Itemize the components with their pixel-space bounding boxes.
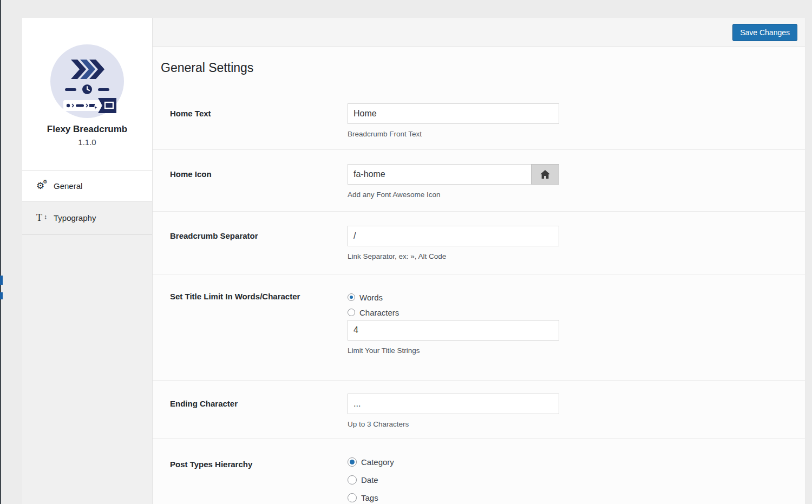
sidebar: Flexy Breadcrumb 1.1.0 ⚙⚙ General T↕ Typ… xyxy=(22,18,153,504)
title-limit-input[interactable] xyxy=(348,320,559,341)
plugin-logo-wrap xyxy=(22,44,152,118)
home-icon-hint: Add any Font Awesome Icon xyxy=(348,189,559,200)
sidebar-filler xyxy=(22,235,152,504)
page-title: General Settings xyxy=(161,61,805,75)
field-row-post-types: Post Types Hierarchy Category Date Tags xyxy=(153,439,805,504)
radio-words-label: Words xyxy=(359,293,383,302)
main-panel: Save Changes General Settings Home Text … xyxy=(153,18,805,504)
tab-general[interactable]: ⚙⚙ General xyxy=(22,171,152,201)
post-types-label: Post Types Hierarchy xyxy=(170,453,252,469)
radio-category-control[interactable] xyxy=(348,457,357,467)
ending-character-input[interactable] xyxy=(348,394,559,414)
tab-general-label: General xyxy=(54,181,82,191)
field-row-separator: Breadcrumb Separator Link Separator, ex:… xyxy=(153,212,805,274)
gears-icon: ⚙⚙ xyxy=(36,180,49,192)
ending-character-label: Ending Character xyxy=(170,394,238,408)
radio-date-control[interactable] xyxy=(348,475,357,485)
left-edge-marker xyxy=(0,276,3,285)
radio-words-control[interactable] xyxy=(348,293,355,301)
settings-panel: Flexy Breadcrumb 1.1.0 ⚙⚙ General T↕ Typ… xyxy=(22,18,805,504)
field-row-ending-character: Ending Character Up to 3 Characters xyxy=(153,381,805,439)
home-text-hint: Breadcrumb Front Text xyxy=(348,129,559,140)
topbar: Save Changes xyxy=(153,18,805,47)
field-row-home-icon: Home Icon Add any Font Awesome Icon xyxy=(153,150,805,212)
separator-input[interactable] xyxy=(348,226,559,246)
radio-characters-label: Characters xyxy=(359,308,399,317)
radio-words[interactable]: Words xyxy=(348,290,559,305)
plugin-name: Flexy Breadcrumb xyxy=(22,124,152,135)
ending-character-hint: Up to 3 Characters xyxy=(348,419,559,430)
sidebar-tabs: ⚙⚙ General T↕ Typography xyxy=(22,171,152,235)
radio-date-label: Date xyxy=(361,475,378,485)
settings-content: General Settings Home Text Breadcrumb Fr… xyxy=(153,47,805,504)
field-row-home-text: Home Text Breadcrumb Front Text xyxy=(153,75,805,150)
text-height-icon: T↕ xyxy=(36,212,49,224)
radio-date[interactable]: Date xyxy=(348,471,394,489)
home-text-input[interactable] xyxy=(348,103,559,124)
radio-tags[interactable]: Tags xyxy=(348,489,394,504)
title-limit-label: Set Title Limit In Words/Character xyxy=(170,290,300,301)
title-limit-hint: Limit Your Title Strings xyxy=(348,345,559,356)
left-edge-marker xyxy=(0,292,3,299)
radio-characters-control[interactable] xyxy=(348,309,355,316)
radio-characters[interactable]: Characters xyxy=(348,305,559,320)
separator-label: Breadcrumb Separator xyxy=(170,226,258,240)
home-icon-input[interactable] xyxy=(348,164,532,185)
save-changes-button[interactable]: Save Changes xyxy=(732,24,797,41)
radio-tags-label: Tags xyxy=(361,493,378,502)
home-text-label: Home Text xyxy=(170,103,211,118)
field-row-title-limit: Set Title Limit In Words/Character Words… xyxy=(153,274,805,381)
tab-typography[interactable]: T↕ Typography xyxy=(22,201,152,235)
flexy-breadcrumb-logo xyxy=(50,44,124,118)
window-left-edge xyxy=(0,0,1,504)
radio-tags-control[interactable] xyxy=(348,493,357,502)
breadcrumb-bar xyxy=(63,98,116,113)
radio-category-label: Category xyxy=(361,457,394,467)
radio-category[interactable]: Category xyxy=(348,453,394,471)
home-icon xyxy=(540,170,550,179)
separator-hint: Link Separator, ex: », Alt Code xyxy=(348,251,559,262)
plugin-version: 1.1.0 xyxy=(22,138,152,147)
home-icon-addon-button[interactable] xyxy=(531,164,559,185)
home-icon-label: Home Icon xyxy=(170,164,212,179)
tab-typography-label: Typography xyxy=(54,213,96,222)
